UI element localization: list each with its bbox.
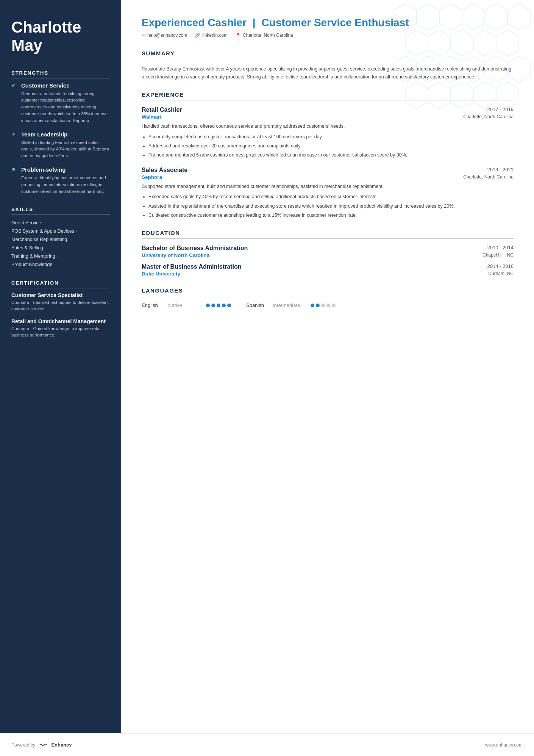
flag-icon: ⚑	[11, 167, 18, 173]
education-item: Master of Business Administration 2014 -…	[142, 263, 514, 277]
dot-filled	[227, 304, 231, 307]
experience-section-title: EXPERIENCE	[142, 91, 514, 100]
language-item: English Native	[142, 302, 231, 308]
main-content: Experienced Cashier | Customer Service E…	[121, 0, 534, 733]
location-contact: 📍 Charlotte, North Carolina	[235, 33, 293, 38]
cert-desc: Coursera - Gained knowledge to improve r…	[11, 326, 110, 339]
degree-name: Bachelor of Business Administration	[142, 245, 248, 252]
email-icon: ✉	[142, 33, 145, 38]
footer: Powered by Enhancv www.enhancv.com	[0, 733, 534, 756]
language-level: Native	[168, 302, 202, 308]
cert-name: Customer Service Specialist	[11, 292, 110, 298]
strengths-list: ✔ Customer Service Demonstrated talent i…	[11, 82, 110, 195]
bullet-item: Addressed and resolved over 20 customer …	[148, 142, 514, 150]
language-dots	[311, 304, 336, 307]
strength-item: ⚑ Problem-solving Expert at identifying …	[11, 166, 110, 195]
degree-name: Master of Business Administration	[142, 263, 241, 270]
strengths-title: STRENGTHS	[11, 70, 110, 78]
languages-row: English Native Spanish Intermediate	[142, 302, 514, 308]
education-section-title: EDUCATION	[142, 230, 514, 239]
dot-empty	[326, 304, 330, 307]
location-icon: 📍	[235, 33, 241, 38]
linkedin-contact: 🔗 linkedin.com	[195, 33, 228, 38]
dot-filled	[316, 304, 320, 307]
email-contact: ✉ help@enhancv.com	[142, 33, 187, 38]
cert-name: Retail and Omnichannel Management	[11, 318, 110, 324]
bullet-item: Cultivated constructive customer relatio…	[148, 212, 514, 219]
footer-left: Powered by Enhancv	[11, 742, 72, 748]
certifications-list: Customer Service Specialist Coursera - L…	[11, 292, 110, 339]
bullet-item: Assisted in the replenishment of merchan…	[148, 203, 514, 210]
job-bullets: Accurately completed cash register trans…	[142, 133, 514, 159]
sidebar: Charlotte May STRENGTHS ✔ Customer Servi…	[0, 0, 121, 733]
brand-name: Enhancv	[51, 742, 72, 748]
footer-website: www.enhancv.com	[485, 742, 523, 748]
education-item: Bachelor of Business Administration 2010…	[142, 245, 514, 258]
dot-filled	[206, 304, 210, 307]
contact-row: ✉ help@enhancv.com 🔗 linkedin.com 📍 Char…	[142, 33, 514, 38]
company-name: Walmart	[142, 114, 162, 120]
email-value: help@enhancv.com	[147, 33, 187, 38]
summary-text: Passionate Beauty Enthusiast with over 4…	[142, 65, 514, 81]
job-bullets: Exceeded sales goals by 40% by recommend…	[142, 193, 514, 219]
dot-filled	[311, 304, 314, 307]
job-date: 2017 - 2019	[487, 106, 514, 112]
skill-item: Training & Mentoring ·	[11, 252, 110, 260]
skill-item: Product Knowledge	[11, 260, 110, 269]
bullet-item: Exceeded sales goals by 40% by recommend…	[148, 193, 514, 200]
skill-item: POS System & Apple Devices ·	[11, 227, 110, 235]
cert-item: Retail and Omnichannel Management Course…	[11, 318, 110, 339]
strength-item: ☀ Team Leadership Skilled in leading tea…	[11, 131, 110, 160]
strength-desc: Expert at identifying customer concerns …	[11, 175, 110, 195]
strength-desc: Skilled in leading teams to exceed sales…	[11, 139, 110, 160]
edu-date: 2010 - 2014	[487, 245, 514, 250]
strength-title: Team Leadership	[21, 131, 67, 138]
cert-item: Customer Service Specialist Coursera - L…	[11, 292, 110, 313]
job-location: Charlotte, North Carolina	[463, 114, 514, 120]
dot-filled	[222, 304, 226, 307]
edu-date: 2014 - 2016	[487, 263, 514, 269]
skill-item: Sales & Selling ·	[11, 244, 110, 252]
strength-title: Problem-solving	[21, 166, 66, 173]
candidate-name: Charlotte May	[11, 18, 110, 55]
skill-item: Merchandise Replenishing ·	[11, 235, 110, 244]
language-item: Spanish Intermediate	[246, 302, 336, 308]
language-name: Spanish	[246, 302, 269, 308]
bullet-item: Accurately completed cash register trans…	[148, 133, 514, 141]
cert-title: CERTIFICATION	[11, 280, 110, 288]
skill-item: Guest Service ·	[11, 219, 110, 227]
language-dots	[206, 304, 231, 307]
linkedin-icon: 🔗	[195, 33, 200, 38]
dot-filled	[217, 304, 220, 307]
job-summary: Handled cash transactions, offered court…	[142, 123, 514, 130]
job-location: Charlotte, North Carolina	[463, 174, 514, 180]
dot-filled	[211, 304, 215, 307]
bulb-icon: ☀	[11, 131, 18, 137]
enhancv-logo-icon	[39, 742, 47, 748]
school-name: University of North Carolina	[142, 252, 209, 258]
skills-list: Guest Service · POS System & Apple Devic…	[11, 219, 110, 269]
job-title: Sales Associate	[142, 167, 187, 174]
location-value: Charlotte, North Carolina	[243, 33, 293, 38]
edu-location: Chapel Hill, NC	[482, 252, 514, 258]
strength-desc: Demonstrated talent in building strong c…	[11, 91, 110, 124]
language-level: Intermediate	[273, 302, 307, 308]
languages-section-title: LANGUAGES	[142, 287, 514, 296]
checkmark-icon: ✔	[11, 82, 18, 88]
experience-item: Retail Cashier 2017 - 2019 Walmart Charl…	[142, 106, 514, 159]
summary-section-title: SUMMARY	[142, 50, 514, 59]
dot-empty	[332, 304, 336, 307]
dot-empty	[321, 304, 325, 307]
skills-title: SKILLS	[11, 207, 110, 215]
language-name: English	[142, 302, 164, 308]
strength-title: Customer Service	[21, 82, 70, 89]
resume-headline: Experienced Cashier | Customer Service E…	[142, 17, 514, 29]
job-title: Retail Cashier	[142, 106, 182, 113]
bullet-item: Trained and mentored 5 new cashiers on b…	[148, 152, 514, 159]
job-date: 2019 - 2021	[487, 167, 514, 172]
company-name: Sephora	[142, 174, 162, 180]
job-summary: Supported store management, built and ma…	[142, 183, 514, 190]
powered-by-label: Powered by	[11, 742, 35, 748]
edu-location: Durham, NC	[488, 271, 514, 277]
cert-desc: Coursera - Learned techniques to deliver…	[11, 299, 110, 313]
